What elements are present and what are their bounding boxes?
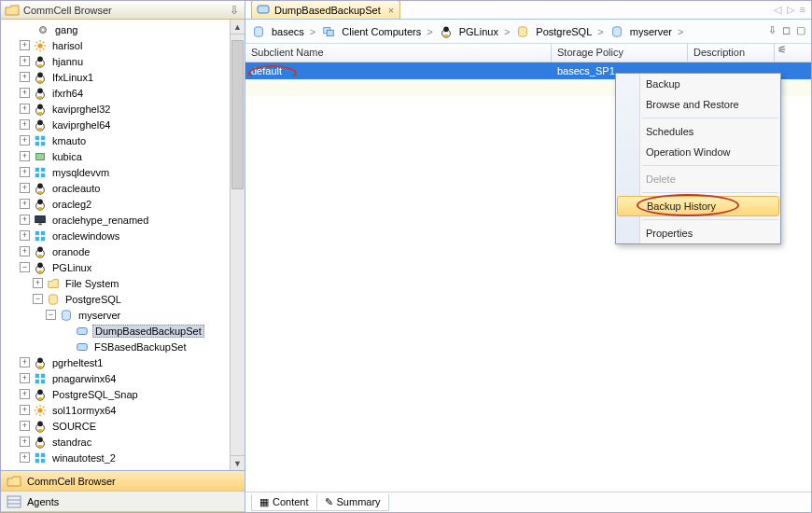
tree-item[interactable]: +winautotest_2 bbox=[1, 450, 245, 465]
pin-icon[interactable]: ⇩ bbox=[768, 24, 777, 36]
close-icon[interactable]: × bbox=[385, 5, 394, 16]
tree-item[interactable]: +kaviprghel64 bbox=[1, 117, 245, 132]
tree-item[interactable]: +oracleauto bbox=[1, 180, 245, 196]
tree-item[interactable]: +standrac bbox=[1, 434, 245, 450]
expand-icon[interactable]: + bbox=[20, 72, 30, 82]
tree-item-label: ifxrh64 bbox=[50, 88, 85, 99]
tree-item[interactable]: +ifxrh64 bbox=[1, 85, 245, 101]
nav-prev-icon[interactable]: ◁ bbox=[774, 4, 781, 16]
expand-icon[interactable]: + bbox=[20, 405, 30, 415]
svg-rect-86 bbox=[7, 496, 21, 507]
breadcrumb-item[interactable]: Client Computers bbox=[321, 25, 421, 38]
menu-item[interactable]: Backup History bbox=[617, 196, 779, 216]
menu-item[interactable]: Browse and Restore bbox=[616, 94, 780, 115]
expand-icon[interactable]: + bbox=[20, 437, 30, 447]
expand-icon[interactable]: + bbox=[20, 56, 30, 66]
restore-icon[interactable]: ◻ bbox=[782, 24, 791, 36]
scroll-thumb[interactable] bbox=[231, 40, 244, 189]
scroll-down-icon[interactable]: ▼ bbox=[231, 455, 245, 470]
expand-icon[interactable]: + bbox=[20, 119, 30, 130]
col-subclient-name[interactable]: Subclient Name bbox=[245, 44, 552, 62]
expand-icon[interactable]: + bbox=[20, 246, 30, 256]
tree-item[interactable]: +kaviprghel32 bbox=[1, 101, 245, 117]
expand-icon[interactable]: + bbox=[20, 230, 30, 241]
expand-icon[interactable]: + bbox=[20, 452, 30, 463]
expand-icon[interactable]: − bbox=[46, 310, 56, 320]
expand-icon[interactable]: + bbox=[20, 104, 30, 114]
tree-item[interactable]: +SOURCE bbox=[1, 418, 245, 434]
expand-icon[interactable]: + bbox=[20, 421, 30, 431]
expand-icon[interactable]: + bbox=[20, 215, 30, 225]
breadcrumb-item[interactable]: myserver bbox=[609, 25, 672, 38]
tree-item[interactable]: +PostgreSQL_Snap bbox=[1, 386, 245, 402]
breadcrumb: basecs>Client Computers>PGLinux>PostgreS… bbox=[245, 20, 811, 44]
breadcrumb-item[interactable]: PostgreSQL bbox=[515, 25, 592, 38]
bottom-tab-browser[interactable]: CommCell Browser bbox=[1, 471, 245, 492]
tree-item[interactable]: +oraclewindows bbox=[1, 228, 245, 243]
expand-icon[interactable]: − bbox=[20, 262, 30, 272]
column-chooser-icon[interactable]: ⚟ bbox=[775, 44, 790, 62]
expand-icon[interactable]: + bbox=[20, 183, 30, 193]
tab-content[interactable]: ▦ Content bbox=[251, 494, 316, 511]
dock-icon[interactable]: ▢ bbox=[796, 24, 805, 36]
col-storage-policy[interactable]: Storage Policy bbox=[552, 44, 688, 62]
expand-icon[interactable]: + bbox=[20, 167, 30, 177]
tab-summary[interactable]: ✎ Summary bbox=[316, 494, 389, 511]
breadcrumb-item[interactable]: PGLinux bbox=[439, 25, 498, 38]
expand-icon[interactable]: − bbox=[33, 294, 43, 304]
expand-icon[interactable]: + bbox=[20, 199, 30, 209]
tree-item[interactable]: +oraclehype_renamed bbox=[1, 212, 245, 228]
tab-dumpbackupset[interactable]: DumpBasedBackupSet × bbox=[251, 0, 400, 19]
vertical-scrollbar[interactable]: ▲ ▼ bbox=[230, 20, 245, 470]
expand-icon[interactable]: + bbox=[20, 88, 30, 98]
tree-item[interactable]: +sol11ormyx64 bbox=[1, 402, 245, 418]
expand-icon[interactable]: + bbox=[20, 135, 30, 146]
tree-item[interactable]: −myserver bbox=[1, 307, 245, 323]
breadcrumb-item[interactable]: basecs bbox=[251, 25, 304, 38]
svg-rect-27 bbox=[41, 135, 45, 139]
nav-menu-icon[interactable]: ≡ bbox=[800, 4, 805, 16]
menu-item[interactable]: Backup bbox=[616, 74, 780, 94]
tree-item[interactable]: +kmauto bbox=[1, 132, 245, 148]
tree-item[interactable]: FSBasedBackupSet bbox=[1, 339, 245, 354]
tree-item-label: harisol bbox=[50, 40, 84, 51]
col-description[interactable]: Description bbox=[688, 44, 775, 62]
tree-item[interactable]: +pgrheltest1 bbox=[1, 354, 245, 370]
tree-item[interactable]: −PGLinux bbox=[1, 259, 245, 275]
menu-item[interactable]: Schedules bbox=[616, 121, 780, 142]
bottom-tab-agents[interactable]: Agents bbox=[1, 492, 245, 512]
tree-item[interactable]: +harisol bbox=[1, 37, 245, 53]
tree-item[interactable]: +oranode bbox=[1, 243, 245, 259]
expand-icon[interactable]: + bbox=[20, 357, 30, 367]
svg-point-39 bbox=[37, 199, 43, 204]
tree-item[interactable]: +kubica bbox=[1, 148, 245, 164]
tree-item[interactable]: +hjannu bbox=[1, 53, 245, 69]
tree-item[interactable]: +oracleg2 bbox=[1, 196, 245, 212]
expand-icon[interactable]: + bbox=[20, 373, 30, 383]
tree[interactable]: gang+harisol+hjannu+IfxLinux1+ifxrh64+ka… bbox=[1, 20, 245, 465]
pin-icon[interactable]: ⇩ bbox=[228, 4, 241, 17]
expand-icon[interactable]: + bbox=[20, 151, 30, 161]
tree-item[interactable]: +pnagarwinx64 bbox=[1, 370, 245, 386]
tree-item-label: IfxLinux1 bbox=[50, 72, 95, 83]
win-icon bbox=[33, 372, 48, 385]
scroll-up-icon[interactable]: ▲ bbox=[231, 20, 245, 35]
menu-item[interactable]: Properties bbox=[616, 223, 780, 243]
tree-item-label: kmauto bbox=[50, 135, 88, 146]
tree-item[interactable]: +IfxLinux1 bbox=[1, 69, 245, 85]
menu-item[interactable]: Operation Window bbox=[616, 142, 780, 162]
svg-point-24 bbox=[37, 119, 43, 125]
tree-item[interactable]: gang bbox=[1, 21, 245, 37]
expand-icon[interactable]: + bbox=[33, 278, 43, 288]
tree-item[interactable]: DumpBasedBackupSet bbox=[1, 323, 245, 339]
nav-next-icon[interactable]: ▷ bbox=[787, 4, 794, 16]
svg-point-95 bbox=[443, 35, 448, 37]
expand-icon[interactable]: + bbox=[20, 389, 30, 399]
tree-item[interactable]: +mysqldevvm bbox=[1, 164, 245, 180]
tree-item[interactable]: −PostgreSQL bbox=[1, 291, 245, 307]
highlight-oval bbox=[637, 194, 739, 216]
tux-icon bbox=[33, 436, 48, 449]
expand-icon[interactable]: + bbox=[20, 40, 30, 50]
tree-item[interactable]: +File System bbox=[1, 275, 245, 291]
tree-item-label: sol11ormyx64 bbox=[50, 405, 118, 416]
